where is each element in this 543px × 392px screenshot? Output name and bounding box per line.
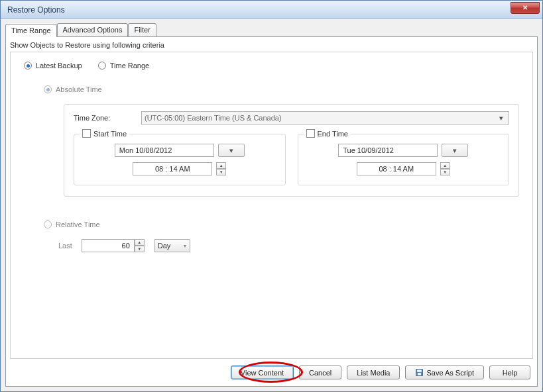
radio-label: Relative Time [56,220,100,228]
close-button[interactable]: ✕ [511,2,540,14]
backup-mode-row: Latest Backup Time Range [24,62,519,70]
timezone-label: Time Zone: [74,114,120,122]
tabs: Time Range Advanced Options Filter [5,23,538,36]
radio-time-range[interactable]: Time Range [98,62,150,70]
legend-label: End Time [318,130,348,138]
end-date-dropdown[interactable]: ▾ [442,144,468,157]
dialog-window: Restore Options ✕ Time Range Advanced Op… [0,0,543,392]
radio-label: Time Range [110,62,150,70]
start-time-fieldset: Start Time ▾ 08 : 14 AM [74,134,286,185]
relative-unit-select[interactable]: Day ▾ [154,239,190,252]
radio-label: Absolute Time [56,85,102,93]
absolute-time-group: Time Zone: (UTC-05:00) Eastern Time (US … [64,104,519,197]
spinner-down-icon[interactable]: ▼ [216,169,226,175]
end-time-input[interactable]: 08 : 14 AM [357,162,436,175]
end-time-fieldset: End Time ▾ 08 : 14 AM [298,134,510,185]
close-icon: ✕ [522,4,528,11]
spinner-up-icon[interactable]: ▲ [440,162,450,169]
tab-advanced-options[interactable]: Advanced Options [57,23,129,36]
button-bar: View Content Cancel List Media Save As S… [10,359,533,382]
timezone-row: Time Zone: (UTC-05:00) Eastern Time (US … [74,111,509,124]
chevron-down-icon: ▾ [229,146,233,155]
button-label: Save As Script [426,369,474,377]
spinner-down-icon[interactable]: ▼ [135,246,145,252]
save-icon [415,368,424,377]
content-area: Time Range Advanced Options Filter Show … [1,19,542,391]
relative-time-section: Relative Time Last ▲ ▼ Day [44,220,519,252]
help-button[interactable]: Help [489,366,530,379]
chevron-down-icon: ▾ [184,243,186,249]
svg-rect-2 [418,373,422,375]
radio-icon [98,62,106,70]
radio-icon [24,62,32,70]
chevron-down-icon: ▾ [453,146,457,155]
panel-body: Latest Backup Time Range Absolute Time [10,52,533,359]
radio-icon [44,220,52,228]
relative-value-input[interactable] [82,239,135,252]
radio-latest-backup[interactable]: Latest Backup [24,62,82,70]
cancel-button[interactable]: Cancel [299,366,341,379]
time-boxes: Start Time ▾ 08 : 14 AM [74,134,509,185]
spinner-down-icon[interactable]: ▼ [440,169,450,175]
tab-filter[interactable]: Filter [128,23,156,36]
spinner-up-icon[interactable]: ▲ [135,239,145,246]
relative-time-row: Last ▲ ▼ Day ▾ [58,239,519,252]
criteria-label: Show Objects to Restore using following … [10,40,533,52]
timezone-value: (UTC-05:00) Eastern Time (US & Canada) [145,114,282,122]
absolute-time-section: Absolute Time Time Zone: (UTC-05:00) Eas… [44,85,519,197]
spacer [24,197,519,220]
last-label: Last [58,242,72,250]
save-as-script-button[interactable]: Save As Script [405,366,484,379]
view-content-button[interactable]: View Content [231,366,294,379]
timezone-select[interactable]: (UTC-05:00) Eastern Time (US & Canada) ▾ [141,111,509,124]
chevron-down-icon: ▾ [497,113,506,122]
checkbox-start-time[interactable] [82,129,91,138]
end-time-spinner[interactable]: ▲ ▼ [440,162,450,175]
legend-label: Start Time [93,130,127,138]
radio-absolute-time[interactable]: Absolute Time [44,85,519,93]
svg-rect-1 [418,369,422,371]
spinner-up-icon[interactable]: ▲ [216,162,226,169]
start-date-dropdown[interactable]: ▾ [218,144,245,157]
tab-time-range[interactable]: Time Range [5,24,57,37]
start-date-input[interactable] [115,144,214,157]
end-time-legend[interactable]: End Time [304,129,351,138]
window-title: Restore Options [7,5,511,15]
start-time-legend[interactable]: Start Time [80,129,129,138]
titlebar: Restore Options ✕ [1,1,542,19]
tab-panel: Show Objects to Restore using following … [5,36,538,387]
radio-icon [44,85,52,93]
relative-value-spinner[interactable]: ▲ ▼ [135,239,145,252]
start-time-spinner[interactable]: ▲ ▼ [216,162,226,175]
list-media-button[interactable]: List Media [347,366,400,379]
radio-label: Latest Backup [36,62,82,70]
start-time-input[interactable]: 08 : 14 AM [133,162,212,175]
checkbox-end-time[interactable] [306,129,315,138]
relative-unit-value: Day [158,242,171,250]
end-date-input[interactable] [338,144,438,157]
radio-relative-time[interactable]: Relative Time [44,220,519,228]
